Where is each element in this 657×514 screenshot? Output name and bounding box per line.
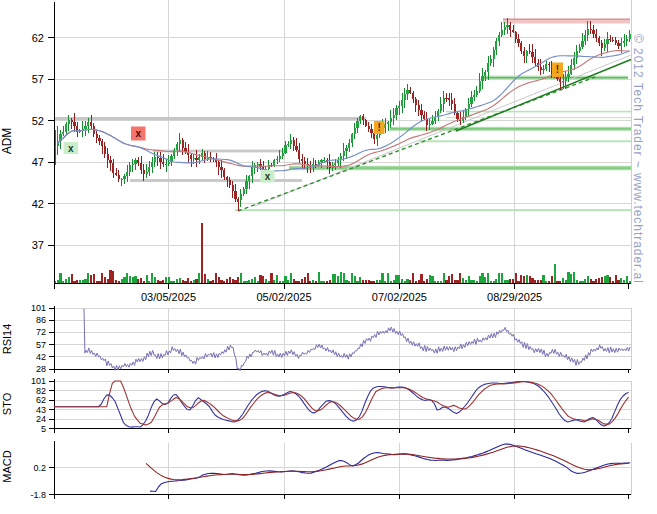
svg-text:43: 43 bbox=[36, 405, 46, 415]
svg-text:05/02/2025: 05/02/2025 bbox=[256, 291, 311, 303]
svg-text:STO: STO bbox=[1, 392, 13, 415]
svg-text:© 2012 Tech Trader ~ www.techt: © 2012 Tech Trader ~ www.techtrader.al bbox=[631, 34, 645, 284]
svg-text:-1.8: -1.8 bbox=[30, 490, 46, 500]
svg-text:42: 42 bbox=[32, 198, 44, 210]
svg-text:!: ! bbox=[556, 64, 559, 75]
svg-text:07/02/2025: 07/02/2025 bbox=[372, 291, 427, 303]
svg-text:72: 72 bbox=[36, 327, 46, 337]
svg-text:0.2: 0.2 bbox=[33, 463, 46, 473]
svg-text:MACD: MACD bbox=[1, 450, 13, 482]
svg-text:86: 86 bbox=[36, 315, 46, 325]
svg-text:57: 57 bbox=[36, 340, 46, 350]
svg-text:x: x bbox=[135, 128, 141, 139]
svg-text:24: 24 bbox=[36, 414, 46, 424]
svg-text:52: 52 bbox=[32, 115, 44, 127]
svg-text:ADM: ADM bbox=[0, 128, 14, 155]
svg-text:5: 5 bbox=[41, 424, 46, 434]
svg-text:RSI14: RSI14 bbox=[1, 324, 13, 355]
svg-text:82: 82 bbox=[36, 386, 46, 396]
svg-text:x: x bbox=[265, 171, 271, 182]
svg-text:101: 101 bbox=[31, 376, 46, 386]
svg-text:!: ! bbox=[378, 122, 381, 133]
svg-text:101: 101 bbox=[31, 303, 46, 313]
svg-text:62: 62 bbox=[36, 395, 46, 405]
svg-text:42: 42 bbox=[36, 352, 46, 362]
svg-text:08/29/2025: 08/29/2025 bbox=[487, 291, 542, 303]
svg-text:x: x bbox=[68, 143, 74, 154]
svg-text:37: 37 bbox=[32, 239, 44, 251]
svg-text:03/05/2025: 03/05/2025 bbox=[141, 291, 196, 303]
svg-text:28: 28 bbox=[36, 364, 46, 374]
svg-text:62: 62 bbox=[32, 32, 44, 44]
svg-text:57: 57 bbox=[32, 73, 44, 85]
svg-text:47: 47 bbox=[32, 156, 44, 168]
